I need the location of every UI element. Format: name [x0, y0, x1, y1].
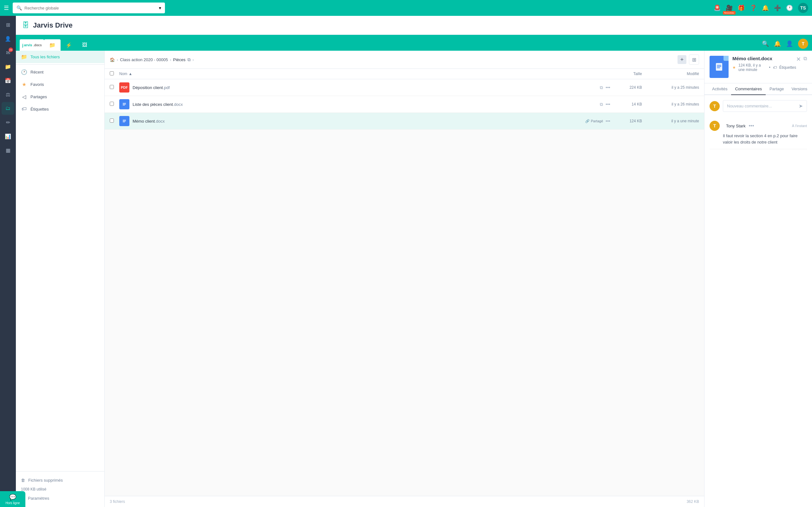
favorites-label: Favoris	[31, 82, 44, 87]
svg-rect-7	[123, 122, 125, 122]
shared-label: Partages	[31, 95, 47, 99]
shared-item[interactable]: ◁ Partages	[16, 91, 104, 103]
panel-divider	[16, 64, 104, 65]
tag-icon: 🏷	[21, 106, 27, 112]
sidebar-item-drive[interactable]: 🗂	[2, 102, 14, 115]
search-input[interactable]	[24, 6, 156, 10]
sidebar-item-cases[interactable]: ⚖	[2, 88, 14, 101]
file-list-header: Nom ▲ Taille Modifié	[105, 69, 406, 79]
header-name[interactable]: Nom ▲	[119, 72, 406, 76]
file-header: 🏠 › Class action 2020 - 00005 › Pièces ⧉…	[105, 51, 406, 69]
page-title: Jarvis Drive	[33, 21, 72, 30]
breadcrumb-sep-1: ›	[117, 57, 118, 62]
home-icon[interactable]: 🏠	[110, 57, 115, 62]
sidebar-item-calendar[interactable]: 📅	[2, 74, 14, 87]
row-check-3	[110, 118, 119, 124]
jarvis-logo: jarvis .docs	[20, 39, 44, 51]
search-icon: 🔍	[16, 5, 22, 10]
svg-rect-5	[123, 120, 126, 120]
drive-tab-folder[interactable]: 📁	[44, 39, 61, 51]
docx-icon-2	[119, 99, 130, 109]
drive-subheader: jarvis .docs 📁 ⚡ 🖼 🔍 🔔 👤 T	[16, 35, 406, 51]
breadcrumb-pieces[interactable]: Pièces	[173, 57, 186, 62]
file-name-1: Déposition client.pdf	[133, 85, 406, 90]
svg-rect-6	[123, 121, 126, 121]
search-bar[interactable]: 🔍 ▾	[13, 3, 165, 13]
docx-icon-3	[119, 116, 130, 126]
file-checkbox-2[interactable]	[110, 102, 114, 106]
sidebar-item-dashboard[interactable]: ⊞	[2, 18, 14, 31]
sidebar-item-messages[interactable]: ✉ 29	[2, 46, 14, 59]
breadcrumb-share-icon[interactable]: ⧉	[188, 57, 191, 62]
file-name-3: Mémo client.docx	[133, 119, 406, 124]
svg-rect-1	[123, 103, 126, 104]
svg-rect-3	[123, 105, 125, 106]
header-check	[110, 71, 119, 76]
hamburger-icon[interactable]: ☰	[4, 4, 9, 11]
all-files-label: Tous les fichiers	[31, 55, 60, 59]
breadcrumb-case[interactable]: Class action 2020 - 00005	[120, 57, 168, 62]
folder-icon: 📁	[21, 54, 27, 60]
page-title-area: 🗄 Jarvis Drive	[16, 16, 406, 35]
file-row[interactable]: Liste des pièces client.docx ⧉ ••• 14 KB…	[105, 96, 406, 113]
sidebar-item-grid[interactable]: ▦	[2, 144, 14, 157]
tags-item[interactable]: 🏷 Étiquettes	[16, 103, 104, 115]
breadcrumb: 🏠 › Class action 2020 - 00005 › Pièces ⧉…	[110, 57, 406, 62]
row-check-1	[110, 85, 119, 90]
star-icon: ★	[21, 81, 27, 88]
center-panel: 🏠 › Class action 2020 - 00005 › Pièces ⧉…	[105, 51, 406, 253]
favorites-item[interactable]: ★ Favoris	[16, 78, 104, 91]
drive-title-icon: 🗄	[22, 21, 29, 30]
recent-label: Récent	[31, 70, 44, 74]
file-checkbox-3[interactable]	[110, 118, 114, 123]
sidebar-item-stats[interactable]: 📊	[2, 130, 14, 143]
tags-label: Étiquettes	[31, 107, 49, 112]
sidebar-item-files[interactable]: 📁	[2, 60, 14, 73]
breadcrumb-sep-2: ›	[170, 57, 171, 62]
svg-rect-2	[123, 104, 126, 105]
drive-tab-activity[interactable]: ⚡	[61, 39, 77, 51]
select-all-checkbox[interactable]	[110, 71, 114, 75]
file-list: Nom ▲ Taille Modifié PDF Déposition clie…	[105, 69, 406, 253]
top-navigation: ☰ 🔍 ▾ 🚨 🎥 Nouveau 🎁 ❓ 🔔 ➕ 🕐 TS	[0, 0, 406, 16]
file-row[interactable]: PDF Déposition client.pdf ⧉ ••• 224 KB i…	[105, 79, 406, 96]
recent-item[interactable]: 🕐 Récent	[16, 66, 104, 78]
sidebar-item-edit[interactable]: ✏	[2, 116, 14, 129]
main-content: 📁 Tous les fichiers 🕐 Récent ★ Favoris ◁…	[16, 51, 406, 253]
file-checkbox-1[interactable]	[110, 85, 114, 89]
share-icon: ◁	[21, 94, 27, 100]
messages-badge: 29	[9, 48, 13, 52]
all-files-item[interactable]: 📁 Tous les fichiers	[16, 51, 104, 63]
file-name-2: Liste des pièces client.docx	[133, 102, 406, 107]
sidebar-item-contacts[interactable]: 👤	[2, 32, 14, 45]
row-check-2	[110, 102, 119, 107]
drive-tab-images[interactable]: 🖼	[77, 39, 92, 51]
sort-icon: ▲	[129, 72, 132, 76]
chevron-down-icon: ▾	[159, 5, 161, 10]
left-panel: 📁 Tous les fichiers 🕐 Récent ★ Favoris ◁…	[16, 51, 105, 253]
clock-icon: 🕐	[21, 69, 27, 75]
left-sidebar-narrow: ⊞ 👤 ✉ 29 📁 📅 ⚖ 🗂 ✏ 📊 ▦	[0, 16, 16, 253]
breadcrumb-sep-3: ›	[193, 57, 194, 62]
pdf-icon: PDF	[119, 82, 130, 93]
file-row[interactable]: Mémo client.docx 🔗 Partagé ••• 124 KB il…	[105, 113, 406, 130]
